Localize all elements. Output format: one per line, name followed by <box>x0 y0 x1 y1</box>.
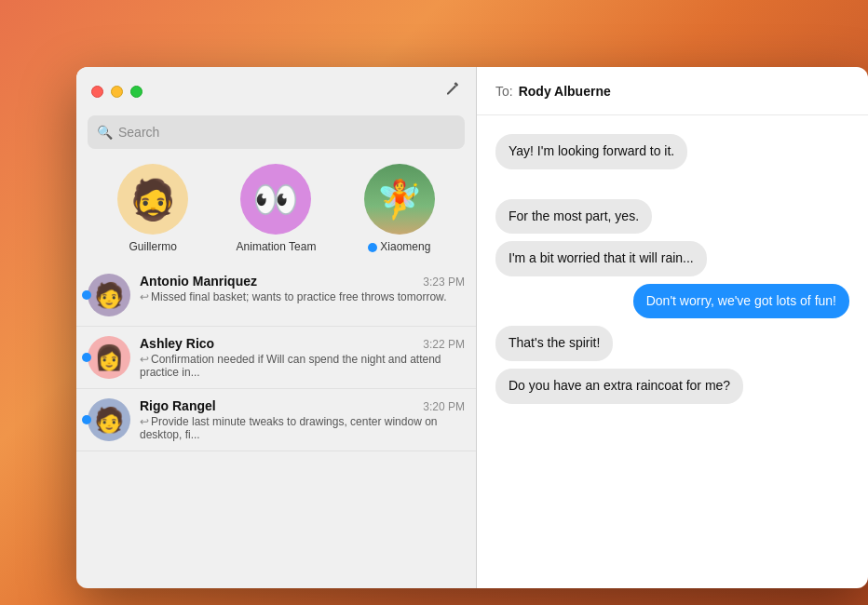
conversation-antonio[interactable]: 🧑 Antonio Manriquez 3:23 PM ↩Missed fina… <box>76 264 476 327</box>
right-panel: To: Rody Albuerne Yay! I'm looking forwa… <box>477 67 868 588</box>
traffic-lights <box>91 86 142 98</box>
convo-content-ashley: Ashley Rico 3:22 PM ↩Confirmation needed… <box>140 336 465 379</box>
messages-window: 🔍 Search 🧔 Guillermo 👀 Animation Team 🧚 <box>76 67 868 588</box>
titlebar <box>76 67 476 115</box>
xiaomeng-label: Xiaomeng <box>368 240 430 253</box>
convo-header-antonio: Antonio Manriquez 3:23 PM <box>140 274 465 289</box>
avatar-animation-team: 👀 <box>240 164 311 235</box>
convo-preview-rigo: ↩Provide last minute tweaks to drawings,… <box>140 415 465 441</box>
search-icon: 🔍 <box>97 125 113 140</box>
avatar-rigo: 🧑 <box>88 398 130 441</box>
pinned-contact-guillermo[interactable]: 🧔 Guillermo <box>106 164 199 253</box>
convo-preview-ashley: ↩Confirmation needed if Will can spend t… <box>140 353 465 379</box>
conversation-rigo[interactable]: 🧑 Rigo Rangel 3:20 PM ↩Provide last minu… <box>76 389 476 451</box>
conversation-list: 🧑 Antonio Manriquez 3:23 PM ↩Missed fina… <box>76 264 476 588</box>
unread-indicator <box>82 415 91 424</box>
convo-name-ashley: Ashley Rico <box>140 336 214 351</box>
chat-header: To: Rody Albuerne <box>477 67 868 115</box>
convo-content-antonio: Antonio Manriquez 3:23 PM ↩Missed final … <box>140 274 465 303</box>
reply-icon: ↩ <box>140 415 149 428</box>
spacer-1 <box>495 177 849 192</box>
conversation-ashley[interactable]: 👩 Ashley Rico 3:22 PM ↩Confirmation need… <box>76 327 476 389</box>
message-7: Do you have an extra raincoat for me? <box>495 369 743 404</box>
unread-indicator <box>82 290 91 300</box>
pinned-contacts-row: 🧔 Guillermo 👀 Animation Team 🧚 Xiaomeng <box>76 160 476 264</box>
compose-button[interactable] <box>444 81 461 102</box>
to-label: To: <box>495 84 513 99</box>
convo-header-rigo: Rigo Rangel 3:20 PM <box>140 398 465 413</box>
convo-preview-antonio: ↩Missed final basket; wants to practice … <box>140 290 465 303</box>
unread-indicator <box>82 353 91 362</box>
convo-name-rigo: Rigo Rangel <box>140 398 216 413</box>
convo-time-rigo: 3:20 PM <box>423 400 465 413</box>
minimize-button[interactable] <box>111 86 123 98</box>
reply-icon: ↩ <box>140 353 149 366</box>
message-5: Don't worry, we've got lots of fun! <box>633 284 849 319</box>
search-bar[interactable]: 🔍 Search <box>88 115 465 149</box>
guillermo-label: Guillermo <box>129 240 176 253</box>
pinned-contact-animation-team[interactable]: 👀 Animation Team <box>229 164 322 253</box>
convo-time-antonio: 3:23 PM <box>423 276 465 289</box>
convo-name-antonio: Antonio Manriquez <box>140 274 257 289</box>
animation-team-label: Animation Team <box>237 240 317 253</box>
fullscreen-button[interactable] <box>130 86 142 98</box>
convo-header-ashley: Ashley Rico 3:22 PM <box>140 336 465 351</box>
message-6: That's the spirit! <box>495 326 613 361</box>
pinned-contact-xiaomeng[interactable]: 🧚 Xiaomeng <box>353 164 446 253</box>
convo-content-rigo: Rigo Rangel 3:20 PM ↩Provide last minute… <box>140 398 465 441</box>
avatar-xiaomeng: 🧚 <box>364 164 435 235</box>
avatar-guillermo: 🧔 <box>117 164 188 235</box>
avatar-ashley: 👩 <box>88 336 130 379</box>
avatar-antonio: 🧑 <box>88 274 130 316</box>
recipient-name: Rody Albuerne <box>519 84 611 99</box>
message-1: Yay! I'm looking forward to it. <box>495 134 687 169</box>
reply-icon: ↩ <box>140 290 149 303</box>
search-placeholder: Search <box>118 125 159 140</box>
message-4: I'm a bit worried that it will rain... <box>495 241 707 276</box>
online-indicator <box>368 243 377 252</box>
close-button[interactable] <box>91 86 103 98</box>
left-panel: 🔍 Search 🧔 Guillermo 👀 Animation Team 🧚 <box>76 67 477 588</box>
convo-time-ashley: 3:22 PM <box>423 338 465 351</box>
messages-area: Yay! I'm looking forward to it. For the … <box>477 115 868 588</box>
message-3: For the most part, yes. <box>495 199 652 235</box>
